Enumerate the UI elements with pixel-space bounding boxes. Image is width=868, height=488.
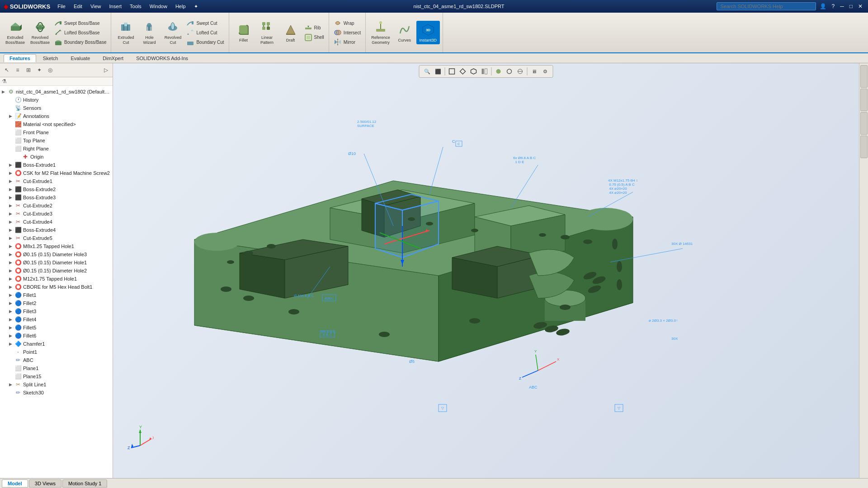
vp-wireframe-btn[interactable] [505, 66, 514, 76]
lofted-cut-button[interactable]: Lofted Cut [184, 28, 226, 37]
tree-item-chamfer1[interactable]: ▶🔷Chamfer1 [0, 340, 113, 348]
menu-view[interactable]: View [87, 3, 105, 10]
tree-item-m8x125-tap[interactable]: ▶⭕M8x1.25 Tapped Hole1 [0, 242, 113, 250]
search-input[interactable] [717, 2, 816, 10]
vp-monitor-btn[interactable]: 🖥 [529, 66, 539, 76]
menu-file[interactable]: File [54, 3, 69, 10]
menu-extra[interactable]: ✦ [190, 3, 202, 10]
vp-select-btn[interactable]: ⬛ [433, 66, 443, 76]
vp-top-btn[interactable] [458, 66, 468, 76]
panel-grid-btn[interactable]: ⊞ [24, 65, 33, 75]
vp-display-btn[interactable] [515, 66, 525, 76]
swept-boss-button[interactable]: Swept Boss/Base [52, 19, 108, 28]
boundary-cut-button[interactable]: Boundary Cut [184, 38, 226, 47]
shell-button[interactable]: Shell [302, 33, 326, 42]
tree-item-front-plane[interactable]: ⬜Front Plane [0, 128, 113, 136]
tree-item-fillet5[interactable]: ▶🔵Fillet5 [0, 324, 113, 332]
panel-expand-btn[interactable]: ▷ [101, 65, 111, 75]
menu-edit[interactable]: Edit [70, 3, 86, 10]
viewport[interactable]: 🔍 ⬛ � [113, 63, 859, 478]
lofted-boss-button[interactable]: Lofted Boss/Base [52, 28, 108, 37]
tree-item-fillet3[interactable]: ▶🔵Fillet3 [0, 307, 113, 315]
tree-item-m12x175-tap[interactable]: ▶⭕M12x1.75 Tapped Hole1 [0, 275, 113, 283]
mirror-button[interactable]: Mirror [332, 38, 363, 47]
swept-cut-button[interactable]: Swept Cut [184, 19, 226, 28]
ref-geometry-button[interactable]: ReferenceGeometry [368, 18, 393, 47]
linear-pattern-button[interactable]: LinearPattern [255, 18, 279, 47]
menu-tools[interactable]: Tools [126, 3, 145, 10]
menu-window[interactable]: Window [146, 3, 171, 10]
extruded-boss-button[interactable]: ExtrudedBoss/Base [3, 18, 28, 47]
tree-item-top-plane[interactable]: ⬜Top Plane [0, 136, 113, 145]
tree-item-plane1[interactable]: ⬜Plane1 [0, 364, 113, 372]
panel-circle-btn[interactable]: ◎ [45, 65, 55, 75]
tree-item-fillet6[interactable]: ▶🔵Fillet6 [0, 332, 113, 340]
intersect-button[interactable]: Intersect [332, 28, 363, 37]
tree-item-fillet2[interactable]: ▶🔵Fillet2 [0, 299, 113, 307]
vp-3d-btn[interactable] [469, 66, 479, 76]
boundary-boss-button[interactable]: Boundary Boss/Base [52, 38, 108, 47]
tab-dimxpert[interactable]: DimXpert [97, 54, 129, 62]
fillet-button[interactable]: Fillet [232, 21, 255, 45]
rs-btn-3[interactable] [860, 112, 868, 135]
tree-item-dia015-hole2[interactable]: ▶⭕Ø0.15 (0.15) Diameter Hole2 [0, 267, 113, 275]
revolved-boss-button[interactable]: RevolvedBoss/Base [28, 18, 52, 47]
tree-item-boss-extrude2[interactable]: ▶⬛Boss-Extrude2 [0, 185, 113, 193]
rs-btn-2[interactable] [860, 89, 868, 111]
menu-insert[interactable]: Insert [106, 3, 126, 10]
minimize-button[interactable]: ─ [838, 3, 846, 9]
tree-item-cut-extrude2[interactable]: ▶✂Cut-Extrude2 [0, 202, 113, 210]
question-icon[interactable]: ? [830, 3, 837, 9]
vp-zoom-btn[interactable]: 🔍 [422, 66, 432, 76]
bottom-tab-model[interactable]: Model [2, 479, 28, 488]
tree-item-boss-extrude4[interactable]: ▶⬛Boss-Extrude4 [0, 226, 113, 234]
hole-wizard-button[interactable]: HoleWizard [137, 18, 161, 47]
vp-front-btn[interactable] [447, 66, 457, 76]
tree-item-abc[interactable]: ✏ABC [0, 356, 113, 364]
rib-button[interactable]: Rib [302, 23, 326, 33]
wrap-button[interactable]: Wrap [332, 19, 363, 28]
vp-shaded-btn[interactable] [494, 66, 504, 76]
tree-item-fillet4[interactable]: ▶🔵Fillet4 [0, 315, 113, 324]
user-icon[interactable]: 👤 [818, 3, 828, 9]
restore-button[interactable]: □ [848, 3, 854, 9]
tree-item-cut-extrude5[interactable]: ▶✂Cut-Extrude5 [0, 234, 113, 242]
tab-sketch[interactable]: Sketch [37, 54, 64, 62]
tree-item-right-plane[interactable]: ⬜Right Plane [0, 145, 113, 153]
tree-item-annotations[interactable]: ▶📝Annotations [0, 112, 113, 120]
tree-item-material[interactable]: 🧱Material <not specified> [0, 120, 113, 128]
tree-item-boss-extrude3[interactable]: ▶⬛Boss-Extrude3 [0, 193, 113, 202]
panel-pointer-btn[interactable]: ↖ [2, 65, 12, 75]
close-button[interactable]: ✕ [856, 3, 864, 9]
tree-item-history[interactable]: 🕐History [0, 96, 113, 104]
tree-item-plane15[interactable]: ⬜Plane15 [0, 372, 113, 380]
bottom-tab-3dviews[interactable]: 3D Views [29, 479, 61, 488]
vp-settings-btn[interactable]: ⚙ [540, 66, 550, 76]
curves-button[interactable]: Curves [393, 21, 416, 45]
menu-help[interactable]: Help [172, 3, 189, 10]
panel-list-btn[interactable]: ≡ [13, 65, 23, 75]
extruded-cut-button[interactable]: ExtrudedCut [114, 18, 137, 47]
tree-item-split-line1[interactable]: ▶✂Split Line1 [0, 380, 113, 389]
tree-item-cut-extrude3[interactable]: ▶✂Cut-Extrude3 [0, 210, 113, 218]
tab-evaluate[interactable]: Evaluate [65, 54, 96, 62]
tab-features[interactable]: Features [4, 54, 36, 62]
tree-item-point1[interactable]: ·Point1 [0, 348, 113, 356]
tree-item-dia015-hole3[interactable]: ▶⭕Ø0.15 (0.15) Diameter Hole3 [0, 250, 113, 258]
tree-item-boss-extrude1[interactable]: ▶⬛Boss-Extrude1 [0, 161, 113, 169]
bottom-tab-motion[interactable]: Motion Study 1 [62, 479, 107, 488]
tree-item-root[interactable]: ▶⚙nist_ctc_04_asme1_rd_sw1802 (Default<C… [0, 88, 113, 96]
instant3d-button[interactable]: 3D Instant3D [416, 21, 440, 45]
tree-item-cut-extrude1[interactable]: ▶✂Cut-Extrude1 [0, 177, 113, 185]
tree-item-cut-extrude4[interactable]: ▶✂Cut-Extrude4 [0, 218, 113, 226]
tree-item-sketch30[interactable]: ✏Sketch30 [0, 389, 113, 397]
tree-item-cbore-m5[interactable]: ▶⭕CBORE for M5 Hex Head Bolt1 [0, 283, 113, 291]
tree-item-csk-m2[interactable]: ▶⭕CSK for M2 Flat Head Machine Screw2 [0, 169, 113, 177]
tree-item-dia015-hole1[interactable]: ▶⭕Ø0.15 (0.15) Diameter Hole1 [0, 258, 113, 267]
rs-btn-1[interactable] [860, 65, 868, 88]
tab-addins[interactable]: SOLIDWORKS Add-Ins [130, 54, 194, 62]
tree-item-origin[interactable]: ✚Origin [0, 153, 113, 161]
revolved-cut-button[interactable]: RevolvedCut [161, 18, 184, 47]
panel-star-btn[interactable]: ✦ [34, 65, 44, 75]
vp-section-btn[interactable] [480, 66, 490, 76]
